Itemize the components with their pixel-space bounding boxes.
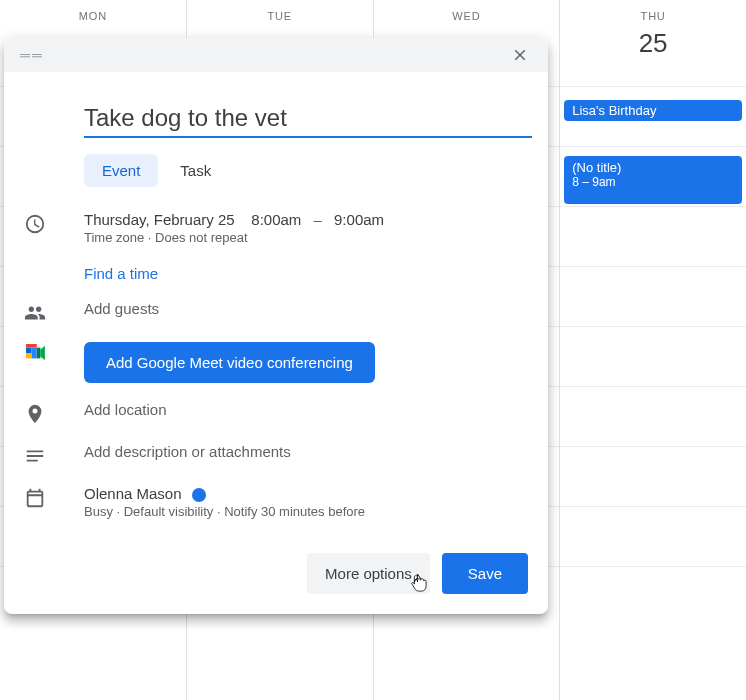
add-google-meet-button[interactable]: Add Google Meet video conferencing	[84, 342, 375, 383]
cursor-pointer-icon	[410, 572, 432, 598]
add-description-button[interactable]: Add description or attachments	[84, 443, 291, 460]
owner-settings-summary[interactable]: Busy · Default visibility · Notify 30 mi…	[84, 504, 532, 519]
event-end[interactable]: 9:00am	[334, 211, 384, 228]
event-title-input[interactable]	[84, 102, 532, 138]
day-header: TUE	[187, 0, 373, 24]
close-button[interactable]	[504, 39, 536, 71]
event-start[interactable]: 8:00am	[251, 211, 301, 228]
more-options-button[interactable]: More options	[307, 553, 430, 594]
calendar-icon	[24, 487, 46, 509]
date-time-summary[interactable]: Thursday, February 25 8:00am – 9:00am	[84, 211, 532, 228]
location-pin-icon	[24, 403, 46, 425]
create-type-tabs: Event Task	[84, 154, 532, 187]
day-header: THU	[560, 0, 746, 24]
day-header: WED	[374, 0, 560, 24]
people-icon	[24, 302, 46, 324]
event-title: (No title)	[572, 160, 734, 175]
modal-header: ══	[4, 38, 548, 72]
drag-handle-icon[interactable]: ══	[20, 47, 44, 63]
close-icon	[511, 46, 529, 64]
tab-event[interactable]: Event	[84, 154, 158, 187]
save-button[interactable]: Save	[442, 553, 528, 594]
modal-footer: More options Save	[4, 543, 548, 614]
add-guests-button[interactable]: Add guests	[84, 300, 159, 317]
event-create-modal: ══ Event Task Thursday, February 25 8:00…	[4, 38, 548, 614]
calendar-owner[interactable]: Olenna Mason	[84, 485, 532, 502]
event-title: Lisa's Birthday	[572, 103, 656, 118]
calendar-color-dot	[192, 488, 206, 502]
event-date[interactable]: Thursday, February 25	[84, 211, 235, 228]
clock-icon	[24, 213, 46, 235]
owner-name: Olenna Mason	[84, 485, 182, 502]
day-header: MON	[0, 0, 186, 24]
timezone-repeat[interactable]: Time zone · Does not repeat	[84, 230, 532, 245]
description-icon	[24, 445, 46, 467]
tab-task[interactable]: Task	[162, 154, 229, 187]
event-allday[interactable]: Lisa's Birthday	[564, 100, 742, 121]
google-meet-icon	[24, 344, 46, 362]
event-timed[interactable]: (No title) 8 – 9am	[564, 156, 742, 204]
time-dash: –	[314, 211, 322, 228]
day-column-thu[interactable]: THU 25 Lisa's Birthday (No title) 8 – 9a…	[560, 0, 746, 700]
day-number[interactable]: 25	[560, 28, 746, 59]
add-location-button[interactable]: Add location	[84, 401, 167, 418]
event-time: 8 – 9am	[572, 175, 734, 189]
more-options-label: More options	[325, 565, 412, 582]
find-a-time-link[interactable]: Find a time	[84, 265, 158, 282]
